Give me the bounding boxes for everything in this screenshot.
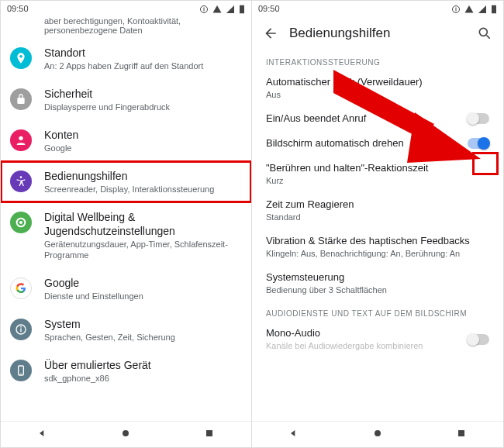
section-audio: AUDIODIENSTE UND TEXT AUF DEM BILDSCHIRM [252,302,503,321]
nav-home[interactable] [119,427,132,443]
pref-sub: Kanäle bei Audiowiedergabe kombinieren [266,340,461,351]
item-title: Bedienungshilfen [44,169,239,183]
nav-bar [252,421,503,447]
pref-time-to-react[interactable]: Zeit zum Reagieren Standard [252,192,503,229]
item-subtitle: Google [44,143,239,153]
svg-rect-20 [458,430,464,436]
svg-point-9 [20,326,22,328]
svg-rect-2 [240,5,244,13]
back-button[interactable] [258,26,283,41]
item-title: Über emuliertes Gerät [44,358,239,372]
pref-title: Systemsteuerung [266,271,489,284]
pref-sub: Aus [266,89,489,100]
wellbeing-icon [10,212,32,233]
toggle-mono-audio[interactable] [468,334,489,345]
svg-point-3 [19,136,22,140]
pref-title: Automatischer Klick (Verweildauer) [266,76,489,88]
settings-item-about[interactable]: Über emuliertes Gerät sdk_gphone_x86 [1,350,251,391]
accessibility-icon [10,171,32,192]
google-icon [10,277,32,299]
svg-point-4 [20,176,22,178]
pref-mono-audio[interactable]: Mono-Audio Kanäle bei Audiowiedergabe ko… [252,321,503,357]
item-title: Konten [44,128,239,142]
page-title: Bedienungshilfen [283,26,472,41]
phone-left: 09:50 aber berechtigungen, Kontoaktivitä… [0,0,252,448]
nav-back[interactable] [288,427,300,443]
pref-title: Zeit zum Reagieren [266,198,489,211]
app-bar: Bedienungshilfen [252,16,503,50]
settings-item-sicherheit[interactable]: Sicherheit Displaysperre und Fingerabdru… [1,79,251,120]
pref-title: Mono-Audio [266,327,461,339]
item-subtitle: Sprachen, Gesten, Zeit, Sicherung [44,332,239,343]
item-title: Digital Wellbeing & Jugendschutzeinstell… [44,210,239,238]
item-title: Sicherheit [44,87,239,101]
status-bar: 09:50 [252,1,503,16]
settings-item-system[interactable]: System Sprachen, Gesten, Zeit, Sicherung [1,309,251,350]
status-icons [198,3,245,13]
pref-touch-hold-delay[interactable]: "Berühren und halten"-Reaktionszeit Kurz [252,156,503,192]
toggle-power-ends-call[interactable] [468,113,489,124]
nav-home[interactable] [371,427,384,443]
svg-rect-13 [206,430,212,436]
status-bar: 09:50 [1,1,251,16]
svg-line-18 [487,36,490,39]
svg-rect-8 [20,329,21,333]
settings-item-standort[interactable]: Standort An: 2 Apps haben Zugriff auf de… [1,38,251,79]
pref-system-nav[interactable]: Systemsteuerung Bedienung über 3 Schaltf… [252,265,503,302]
pref-vibration[interactable]: Vibration & Stärke des haptischen Feedba… [252,229,503,265]
svg-rect-16 [492,5,496,13]
truncated-prev-item: aber berechtigungen, Kontoaktivität, per… [1,16,251,38]
svg-point-12 [123,430,129,436]
status-time: 09:50 [7,4,29,13]
prefs-list[interactable]: INTERAKTIONSSTEUERUNG Automatischer Klic… [252,50,503,421]
pref-title: Ein/Aus beendet Anruf [266,112,461,125]
nav-recents[interactable] [455,427,468,443]
pref-auto-rotate[interactable]: Bildschirm automatisch drehen [252,131,503,156]
pref-sub: Standard [266,212,489,222]
pref-power-ends-call[interactable]: Ein/Aus beendet Anruf [252,106,503,131]
pref-title: "Berühren und halten"-Reaktionszeit [266,162,489,174]
settings-list[interactable]: aber berechtigungen, Kontoaktivität, per… [1,16,251,421]
item-subtitle: sdk_gphone_x86 [44,373,239,384]
svg-point-11 [20,373,21,374]
account-icon [10,129,32,151]
status-time: 09:50 [258,4,280,13]
phone-right: 09:50 Bedienungshilfen INTERAKTIONSSTEUE… [252,0,504,448]
nav-recents[interactable] [203,427,216,443]
item-subtitle: An: 2 Apps haben Zugriff auf den Standor… [44,60,239,71]
settings-item-google[interactable]: Google Dienste und Einstellungen [1,268,251,309]
pref-sub: Kurz [266,175,489,186]
lock-icon [10,88,32,110]
nav-back[interactable] [36,427,49,443]
pref-sub: Bedienung über 3 Schaltflächen [266,284,489,295]
svg-point-17 [479,28,487,36]
pref-sub: Klingeln: Aus, Benachrichtigung: An, Ber… [266,248,489,259]
svg-point-19 [375,430,381,436]
pref-title: Bildschirm automatisch drehen [266,137,461,150]
settings-item-wellbeing[interactable]: Digital Wellbeing & Jugendschutzeinstell… [1,202,251,268]
svg-point-6 [19,221,22,224]
settings-item-bedienungshilfen[interactable]: Bedienungshilfen Screenreader, Display, … [1,161,251,202]
item-title: Standort [44,46,239,60]
annotation-highlight-toggle [472,152,499,175]
pref-title: Vibration & Stärke des haptischen Feedba… [266,235,489,247]
device-icon [10,360,32,381]
location-icon [10,47,32,69]
search-button[interactable] [472,26,497,41]
item-title: System [44,317,239,331]
nav-bar [1,421,251,447]
status-icons [450,3,497,13]
item-title: Google [44,276,239,290]
item-subtitle: Gerätenutzungsdauer, App-Timer, Schlafen… [44,239,239,260]
item-subtitle: Displaysperre und Fingerabdruck [44,102,239,112]
toggle-auto-rotate[interactable] [468,138,489,149]
item-subtitle: Dienste und Einstellungen [44,291,239,302]
settings-item-konten[interactable]: Konten Google [1,120,251,161]
info-icon [10,319,32,340]
section-interaction: INTERAKTIONSSTEUERUNG [252,50,503,70]
pref-autoclick[interactable]: Automatischer Klick (Verweildauer) Aus [252,70,503,106]
item-subtitle: Screenreader, Display, Interaktionssteue… [44,184,239,195]
